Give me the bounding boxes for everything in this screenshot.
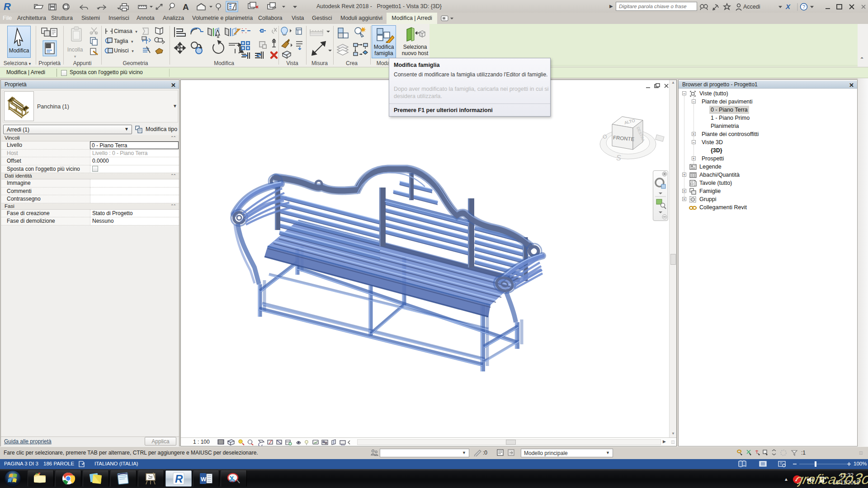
svg-text:W: W: [201, 476, 207, 483]
svg-text:A: A: [183, 2, 189, 12]
svg-text:X: X: [785, 3, 791, 10]
svg-text:grafica2o3o: grafica2o3o: [797, 470, 868, 487]
svg-text:R: R: [175, 473, 183, 485]
svg-text:Accedi: Accedi: [743, 4, 760, 10]
svg-text:R: R: [4, 1, 11, 12]
svg-text:S: S: [616, 154, 621, 162]
svg-text:?: ?: [802, 4, 805, 9]
